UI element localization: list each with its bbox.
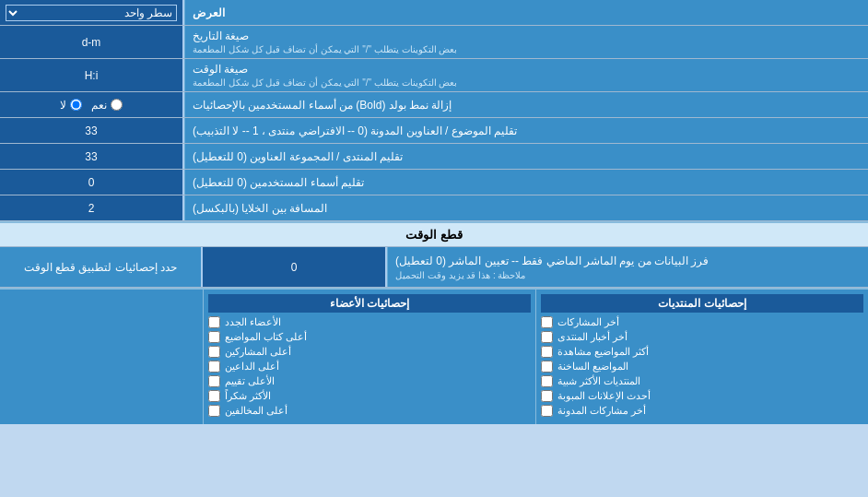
cb-m-label-5: الأعلى تقييم [225,375,275,387]
forum-stats-title-text: إحصائيات المنتديات [658,297,745,310]
trim-forum-input-container[interactable] [0,144,184,169]
time-format-input[interactable]: H:i [6,69,177,82]
checkbox-item: أحدث الإعلانات المبوبة [541,390,863,402]
trim-topics-row: تقليم الموضوع / العناوين المدونة (0 -- ا… [0,118,868,144]
date-format-note: بعض التكوينات يتطلب "/" التي يمكن أن تضا… [193,44,457,54]
trim-forum-label: تقليم المنتدى / المجموعة العناوين (0 للت… [184,144,868,169]
checkbox-member-2[interactable] [208,331,220,343]
trim-topics-label: تقليم الموضوع / العناوين المدونة (0 -- ا… [184,118,868,143]
checkbox-item: المواضيع الساخنة [541,361,863,373]
checkbox-item: أعلى المشاركين [208,346,531,358]
cell-spacing-input[interactable] [6,202,177,215]
bold-radio-container: نعم لا [0,92,184,117]
trim-topics-input[interactable] [6,124,177,137]
checkbox-item: أخر مشاركات المدونة [541,405,863,417]
time-cutoff-header-text: قطع الوقت [405,228,463,242]
checkbox-forum-5[interactable] [541,375,553,387]
cb-m-label-3: أعلى المشاركين [225,346,291,358]
date-format-label: صيغة التاريخ بعض التكوينات يتطلب "/" الت… [184,26,868,58]
trim-forum-input[interactable] [6,150,177,163]
bold-remove-text: إزالة نمط بولد (Bold) من أسماء المستخدمي… [193,99,452,112]
trim-usernames-label: تقليم أسماء المستخدمين (0 للتعطيل) [184,170,868,195]
time-format-title: صيغة الوقت [193,63,248,76]
checkbox-item: أخر المشاركات [541,316,863,328]
members-stats-col: إحصائيات الأعضاء الأعضاء الجدد أعلى كتاب… [203,290,535,424]
top-dropdown-container[interactable]: سطر واحد سطرين ثلاثة أسطر [0,0,184,25]
checkbox-member-1[interactable] [208,316,220,328]
checkbox-item: أخر أخبار المنتدى [541,331,863,343]
checkbox-forum-6[interactable] [541,390,553,402]
top-row: العرض سطر واحد سطرين ثلاثة أسطر [0,0,868,26]
cb-label-7: أخر مشاركات المدونة [557,405,646,417]
time-format-note: بعض التكوينات يتطلب "/" التي يمكن أن تضا… [193,77,457,88]
cb-label-4: المواضيع الساخنة [557,361,628,373]
radio-no[interactable] [70,99,82,111]
checkbox-item: أعلى كتاب المواضيع [208,331,531,343]
cb-label-5: المنتديات الأكثر شبية [557,375,640,387]
cb-label-6: أحدث الإعلانات المبوبة [557,390,651,402]
time-format-row: صيغة الوقت بعض التكوينات يتطلب "/" التي … [0,59,868,92]
cb-m-label-2: أعلى كتاب المواضيع [225,331,307,343]
cb-m-label-6: الأكثر شكراً [225,390,271,402]
time-cutoff-right-label: حدد إحصائيات لتطبيق قطع الوقت [0,247,203,287]
radio-no-text: لا [60,99,66,112]
trim-forum-text: تقليم المنتدى / المجموعة العناوين (0 للت… [193,150,403,163]
cb-m-label-7: أعلى المخالفين [225,405,287,417]
checkbox-item: أكثر المواضيع مشاهدة [541,346,863,358]
date-format-row: صيغة التاريخ بعض التكوينات يتطلب "/" الت… [0,26,868,59]
checkbox-forum-3[interactable] [541,346,553,358]
trim-topics-input-container[interactable] [0,118,184,143]
time-cutoff-header: قطع الوقت [0,221,868,247]
checkbox-forum-1[interactable] [541,316,553,328]
trim-usernames-text: تقليم أسماء المستخدمين (0 للتعطيل) [193,176,364,189]
cb-label-1: أخر المشاركات [557,316,619,328]
checkbox-item: الأكثر شكراً [208,390,531,402]
cb-m-label-1: الأعضاء الجدد [225,316,281,328]
cutoff-right-text: حدد إحصائيات لتطبيق قطع الوقت [24,261,177,274]
stats-apply-col [0,290,203,424]
radio-yes[interactable] [111,99,123,111]
bold-remove-label: إزالة نمط بولد (Bold) من أسماء المستخدمي… [184,92,868,117]
checkbox-member-5[interactable] [208,375,220,387]
checkbox-forum-2[interactable] [541,331,553,343]
date-format-input[interactable]: d-m [6,36,177,49]
time-cutoff-main-label: فرز البيانات من يوم الماشر الماضي فقط --… [387,247,868,287]
checkbox-forum-4[interactable] [541,361,553,373]
top-label: العرض [184,0,868,25]
date-format-title: صيغة التاريخ [193,30,249,42]
checkbox-forum-7[interactable] [541,405,553,417]
checkbox-member-4[interactable] [208,361,220,373]
bottom-stats-section: إحصائيات المنتديات أخر المشاركات أخر أخب… [0,288,868,424]
radio-yes-label[interactable]: نعم [91,99,123,112]
trim-usernames-input-container[interactable] [0,170,184,195]
trim-usernames-input[interactable] [6,176,177,189]
date-format-input-container[interactable]: d-m [0,26,184,58]
cb-label-2: أخر أخبار المنتدى [557,331,628,343]
time-format-input-container[interactable]: H:i [0,59,184,91]
cell-spacing-input-container[interactable] [0,195,184,220]
trim-forum-row: تقليم المنتدى / المجموعة العناوين (0 للت… [0,144,868,170]
cb-label-3: أكثر المواضيع مشاهدة [557,346,649,358]
time-cutoff-desc: فرز البيانات من يوم الماشر الماضي فقط --… [395,254,709,267]
checkbox-item: المنتديات الأكثر شبية [541,375,863,387]
forum-stats-title: إحصائيات المنتديات [541,294,863,313]
checkbox-member-6[interactable] [208,390,220,402]
time-cutoff-note: ملاحظة : هذا قد يزيد وقت التحميل [395,270,525,280]
checkbox-item: الأعلى تقييم [208,375,531,387]
time-cutoff-input-container[interactable] [203,247,387,287]
checkbox-member-7[interactable] [208,405,220,417]
checkbox-member-3[interactable] [208,346,220,358]
lines-dropdown[interactable]: سطر واحد سطرين ثلاثة أسطر [6,5,177,21]
radio-no-label[interactable]: لا [60,99,82,112]
bold-remove-row: إزالة نمط بولد (Bold) من أسماء المستخدمي… [0,92,868,118]
members-stats-title: إحصائيات الأعضاء [208,294,531,313]
time-cutoff-input[interactable] [208,261,380,274]
trim-usernames-row: تقليم أسماء المستخدمين (0 للتعطيل) [0,170,868,195]
time-cutoff-row: فرز البيانات من يوم الماشر الماضي فقط --… [0,247,868,288]
cell-spacing-row: المسافة بين الخلايا (بالبكسل) [0,195,868,221]
cell-spacing-label: المسافة بين الخلايا (بالبكسل) [184,195,868,220]
time-format-label: صيغة الوقت بعض التكوينات يتطلب "/" التي … [184,59,868,91]
cb-m-label-4: أعلى الداعين [225,361,279,373]
radio-yes-text: نعم [91,99,107,112]
checkbox-item: أعلى المخالفين [208,405,531,417]
